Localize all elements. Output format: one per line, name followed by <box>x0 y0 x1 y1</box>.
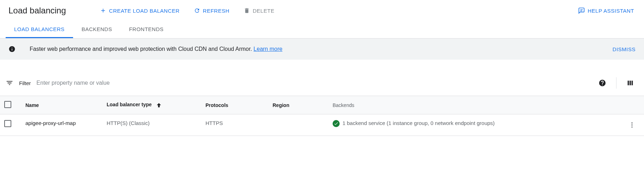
row-checkbox[interactable] <box>4 120 11 127</box>
table-row[interactable]: apigee-proxy-url-map HTTP(S) (Classic) H… <box>0 114 644 136</box>
chat-icon <box>578 7 585 14</box>
columns-icon-button[interactable] <box>622 78 638 88</box>
info-icon <box>8 46 16 53</box>
refresh-button[interactable]: REFRESH <box>192 5 231 17</box>
tab-backends[interactable]: BACKENDS <box>73 21 121 38</box>
delete-label: DELETE <box>253 8 274 14</box>
row-name[interactable]: apigee-proxy-url-map <box>21 114 102 136</box>
plus-icon <box>100 7 106 14</box>
column-header-type-label: Load balancer type <box>107 102 152 107</box>
columns-icon <box>626 79 634 87</box>
create-load-balancer-button[interactable]: CREATE LOAD BALANCER <box>99 5 181 17</box>
tab-frontends[interactable]: FRONTENDS <box>120 21 172 38</box>
column-header-region[interactable]: Region <box>268 96 328 114</box>
svg-point-3 <box>631 124 632 125</box>
filter-bar: Filter <box>0 70 644 96</box>
page-header: Load balancing CREATE LOAD BALANCER REFR… <box>0 0 644 21</box>
row-more-actions-button[interactable] <box>624 120 640 130</box>
filter-input[interactable] <box>36 80 589 86</box>
check-circle-icon <box>333 120 340 127</box>
filter-icon <box>6 79 13 87</box>
column-header-actions <box>620 96 644 114</box>
tabs: LOAD BALANCERS BACKENDS FRONTENDS <box>0 21 644 38</box>
svg-point-2 <box>631 123 632 124</box>
table-header-row: Name Load balancer type Protocols Region… <box>0 96 644 114</box>
column-header-name[interactable]: Name <box>21 96 102 114</box>
column-header-backends[interactable]: Backends <box>328 96 620 114</box>
banner-message: Faster web performance and improved web … <box>30 46 254 52</box>
filter-label: Filter <box>19 80 31 86</box>
select-all-checkbox[interactable] <box>4 101 11 108</box>
load-balancers-table: Name Load balancer type Protocols Region… <box>0 96 644 136</box>
row-protocols: HTTPS <box>201 114 268 136</box>
page-title: Load balancing <box>8 6 66 16</box>
row-backends-text: 1 backend service (1 instance group, 0 n… <box>342 120 495 126</box>
row-select-cell <box>0 114 21 136</box>
help-assistant-button[interactable]: HELP ASSISTANT <box>577 4 636 17</box>
row-backends: 1 backend service (1 instance group, 0 n… <box>328 114 620 136</box>
refresh-icon <box>194 7 200 14</box>
help-circle-icon <box>598 79 606 87</box>
trash-icon <box>244 7 250 14</box>
delete-button[interactable]: DELETE <box>242 5 276 17</box>
svg-point-4 <box>631 126 632 127</box>
row-actions <box>620 114 644 136</box>
column-header-protocols[interactable]: Protocols <box>201 96 268 114</box>
refresh-label: REFRESH <box>203 8 229 14</box>
select-all-header <box>0 96 21 114</box>
sort-arrow-up-icon <box>156 102 162 107</box>
create-load-balancer-label: CREATE LOAD BALANCER <box>109 8 180 14</box>
column-header-type[interactable]: Load balancer type <box>102 96 201 114</box>
row-type: HTTP(S) (Classic) <box>102 114 201 136</box>
tab-load-balancers[interactable]: LOAD BALANCERS <box>6 21 73 38</box>
more-vert-icon <box>628 121 636 129</box>
info-banner: Faster web performance and improved web … <box>0 38 644 60</box>
learn-more-link[interactable]: Learn more <box>254 46 282 52</box>
row-region <box>268 114 328 136</box>
help-icon-button[interactable] <box>594 78 610 88</box>
banner-text: Faster web performance and improved web … <box>30 46 598 52</box>
help-assistant-label: HELP ASSISTANT <box>588 8 634 14</box>
dismiss-button[interactable]: DISMISS <box>613 46 636 52</box>
